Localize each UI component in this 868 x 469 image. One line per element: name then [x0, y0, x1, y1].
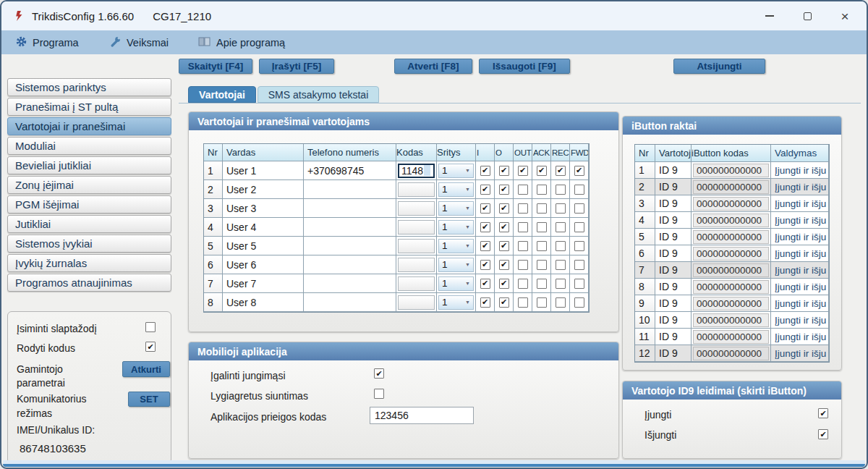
control-select[interactable]: Įjungti ir išju: [771, 195, 829, 212]
tab-sms-atsakymo-tekstai[interactable]: SMS atsakymo tekstai: [258, 86, 379, 103]
code-input[interactable]: [398, 258, 435, 272]
checkbox-disarm[interactable]: [818, 429, 828, 439]
checkbox-i[interactable]: [480, 260, 490, 270]
ibutton-user-cell[interactable]: ID 9: [655, 195, 692, 212]
sidebar-item[interactable]: Zonų įėjimai: [7, 176, 171, 194]
checkbox-fwd[interactable]: [574, 241, 584, 251]
name-cell[interactable]: User 2: [223, 180, 304, 199]
checkbox-rec[interactable]: [556, 222, 566, 232]
open-button[interactable]: Atverti [F8]: [394, 59, 472, 74]
code-input[interactable]: [398, 182, 435, 197]
control-select[interactable]: Įjungti ir išju: [771, 345, 829, 362]
control-select[interactable]: Įjungti ir išju: [771, 245, 829, 262]
checkbox-i[interactable]: [480, 166, 490, 176]
sidebar-item[interactable]: Įvykių žurnalas: [7, 254, 171, 272]
ibutton-user-cell[interactable]: ID 9: [655, 212, 692, 229]
code-input[interactable]: [398, 276, 435, 291]
name-cell[interactable]: User 1: [223, 161, 304, 180]
sidebar-item[interactable]: Pranešimai į ST pultą: [7, 98, 171, 116]
name-cell[interactable]: User 4: [223, 218, 304, 237]
checkbox-i[interactable]: [480, 185, 490, 195]
ibutton-user-cell[interactable]: ID 9: [655, 262, 692, 279]
ibutton-user-cell[interactable]: ID 9: [655, 295, 692, 312]
checkbox-i[interactable]: [480, 279, 490, 289]
phone-cell[interactable]: [304, 218, 396, 237]
checkbox-i[interactable]: [480, 222, 490, 232]
checkbox-ack[interactable]: [537, 222, 547, 232]
checkbox-o[interactable]: [499, 166, 509, 176]
save-button[interactable]: Išsaugoti [F9]: [479, 59, 570, 74]
checkbox-ack[interactable]: [537, 166, 547, 176]
control-select[interactable]: Įjungti ir išju: [771, 179, 829, 195]
ibutton-code-input[interactable]: 000000000000: [693, 230, 769, 244]
read-button[interactable]: Skaityti [F4]: [179, 59, 252, 74]
checkbox-ack[interactable]: [537, 297, 547, 308]
checkbox-out[interactable]: [518, 297, 528, 308]
area-select[interactable]: 1▼: [438, 295, 474, 310]
checkbox-show-codes[interactable]: [145, 342, 156, 352]
phone-cell[interactable]: [304, 293, 396, 312]
access-code-input[interactable]: [370, 407, 474, 424]
control-select[interactable]: Įjungti ir išju: [771, 312, 829, 329]
phone-cell[interactable]: [304, 180, 396, 199]
checkbox-rec[interactable]: [556, 297, 566, 308]
checkbox-rec[interactable]: [556, 279, 566, 289]
checkbox-rec[interactable]: [556, 260, 566, 270]
ibutton-code-input[interactable]: 000000000000: [693, 330, 769, 344]
ibutton-code-input[interactable]: 000000000000: [693, 164, 769, 177]
checkbox-ack[interactable]: [537, 260, 547, 270]
checkbox-arm[interactable]: [818, 408, 828, 418]
checkbox-out[interactable]: [518, 279, 528, 289]
name-cell[interactable]: User 8: [223, 293, 304, 312]
ibutton-code-input[interactable]: 000000000000: [693, 263, 769, 277]
sidebar-item[interactable]: Sistemos parinktys: [7, 78, 171, 96]
ibutton-code-input[interactable]: 000000000000: [693, 347, 769, 360]
checkbox-out[interactable]: [518, 203, 528, 214]
control-select[interactable]: Įjungti ir išju: [771, 329, 829, 345]
ibutton-user-cell[interactable]: ID 9: [655, 312, 692, 329]
checkbox-o[interactable]: [499, 241, 509, 251]
phone-cell[interactable]: [304, 199, 396, 218]
checkbox-fwd[interactable]: [574, 166, 584, 176]
checkbox-out[interactable]: [518, 241, 528, 251]
checkbox-parallel-send[interactable]: [374, 389, 384, 399]
sidebar-item[interactable]: Moduliai: [7, 137, 171, 155]
area-select[interactable]: 1▼: [438, 220, 474, 234]
control-select[interactable]: Įjungti ir išju: [771, 229, 829, 245]
area-select[interactable]: 1▼: [438, 258, 474, 272]
area-select[interactable]: 1▼: [438, 201, 474, 216]
control-select[interactable]: Įjungti ir išju: [771, 212, 829, 229]
name-cell[interactable]: User 3: [223, 199, 304, 218]
checkbox-fwd[interactable]: [574, 279, 584, 289]
phone-cell[interactable]: [304, 255, 396, 274]
disconnect-button[interactable]: Atsijungti: [673, 59, 765, 74]
ibutton-user-cell[interactable]: ID 9: [655, 345, 692, 362]
checkbox-i[interactable]: [480, 241, 490, 251]
phone-cell[interactable]: [304, 274, 396, 293]
control-select[interactable]: Įjungti ir išju: [771, 262, 829, 279]
checkbox-o[interactable]: [499, 260, 509, 270]
ibutton-code-input[interactable]: 000000000000: [693, 313, 769, 327]
control-select[interactable]: Įjungti ir išju: [771, 162, 829, 179]
checkbox-ack[interactable]: [537, 185, 547, 195]
name-cell[interactable]: User 5: [223, 237, 304, 255]
minimize-button[interactable]: [764, 10, 775, 22]
sidebar-item[interactable]: Jutikliai: [7, 215, 171, 233]
code-input[interactable]: [398, 239, 435, 253]
checkbox-ack[interactable]: [537, 241, 547, 251]
sidebar-item[interactable]: Bevieliai jutikliai: [7, 156, 171, 174]
checkbox-o[interactable]: [499, 185, 509, 195]
area-select[interactable]: 1▼: [438, 239, 474, 253]
sidebar-item[interactable]: Programos atnaujinimas: [7, 274, 171, 292]
checkbox-rec[interactable]: [556, 166, 566, 176]
control-select[interactable]: Įjungti ir išju: [771, 279, 829, 295]
checkbox-rec[interactable]: [556, 203, 566, 214]
checkbox-out[interactable]: [518, 185, 528, 195]
ibutton-user-cell[interactable]: ID 9: [655, 279, 692, 295]
ibutton-code-input[interactable]: 000000000000: [693, 197, 769, 211]
checkbox-o[interactable]: [499, 297, 509, 308]
ibutton-user-cell[interactable]: ID 9: [655, 179, 692, 195]
area-select[interactable]: 1▼: [438, 164, 474, 178]
tab-vartotojai[interactable]: Vartotojai: [188, 86, 256, 103]
area-select[interactable]: 1▼: [438, 276, 474, 291]
